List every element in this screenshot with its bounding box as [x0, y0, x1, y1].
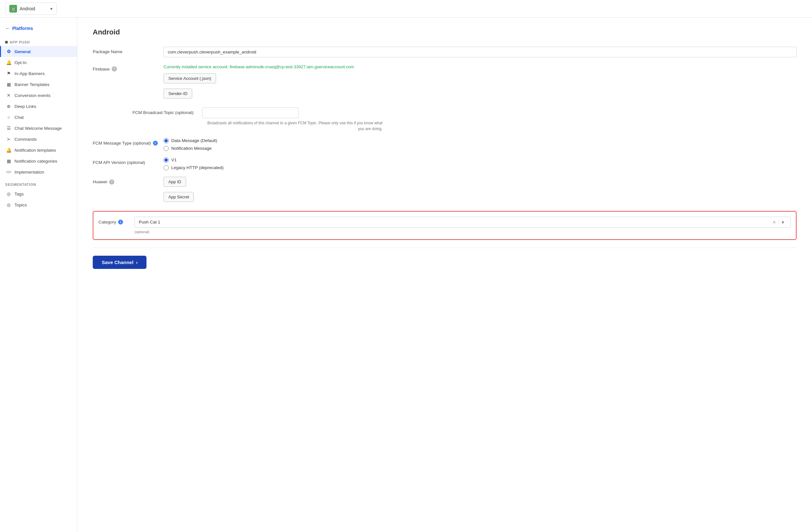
category-row: Category i Push Cat 1 ✕ ▾ — [99, 217, 791, 228]
package-name-input[interactable] — [163, 47, 797, 57]
sidebar-section-app-push: APP PUSH — [0, 37, 77, 46]
fcm-notification-message-radio[interactable] — [163, 146, 169, 151]
fcm-api-version-radio-group: V1 Legacy HTTP (deprecated) — [163, 157, 797, 170]
sidebar-item-general[interactable]: ⚙ General — [0, 46, 77, 57]
sidebar-item-label: Commands — [14, 137, 37, 142]
sidebar-item-label: Notification templates — [14, 148, 56, 153]
huawei-label: Huawei ? — [93, 177, 163, 185]
firebase-label: Firebase ? — [93, 64, 163, 72]
package-name-label: Package Name — [93, 47, 163, 54]
platform-selector[interactable]: 🤖 Android ▾ — [5, 3, 57, 15]
firebase-row: Firebase ? Currently installed service a… — [93, 64, 797, 101]
fcm-message-type-radio-group: Data Message (Default) Notification Mess… — [163, 138, 797, 151]
fcm-api-version-row: FCM API Version (optional) V1 Legacy HTT… — [93, 157, 797, 170]
chat-icon: ○ — [6, 115, 11, 120]
sidebar-item-label: In-App Banners — [14, 71, 45, 76]
sidebar-item-chat[interactable]: ○ Chat — [0, 112, 77, 123]
fcm-broadcast-control: Broadcasts all notifications of this cha… — [202, 107, 797, 132]
sidebar-item-banner-templates[interactable]: ▦ Banner Templates — [0, 79, 77, 90]
fcm-message-type-control: Data Message (Default) Notification Mess… — [163, 138, 797, 151]
content-area: Android Package Name Firebase ? Current — [77, 18, 812, 532]
banner-icon: ⚑ — [6, 71, 11, 76]
sidebar-back-label: Platforms — [12, 26, 33, 31]
fcm-message-type-info-icon[interactable]: i — [153, 141, 158, 146]
category-section: Category i Push Cat 1 ✕ ▾ (optional) — [93, 211, 797, 240]
app-secret-button[interactable]: App Secret — [163, 192, 194, 202]
category-select[interactable]: Push Cat 1 ✕ ▾ — [134, 217, 791, 228]
sidebar-item-chat-welcome[interactable]: ☰ Chat Welcome Message — [0, 123, 77, 134]
conversion-icon: ✕ — [6, 93, 11, 98]
category-chevron-icon[interactable]: ▾ — [779, 220, 786, 225]
fcm-broadcast-desc: Broadcasts all notifications of this cha… — [202, 120, 382, 132]
fcm-data-message-option[interactable]: Data Message (Default) — [163, 138, 797, 143]
fcm-notification-message-label: Notification Message — [171, 146, 212, 151]
platform-selector-label: Android — [20, 6, 48, 11]
fcm-broadcast-input[interactable] — [202, 107, 299, 118]
sidebar-item-tags[interactable]: ◎ Tags — [0, 188, 77, 199]
fcm-broadcast-label: FCM Broadcast Topic (optional): — [93, 107, 202, 115]
huawei-control: App ID App Secret — [163, 177, 797, 204]
topics-icon: ◎ — [6, 202, 11, 207]
package-name-control — [163, 47, 797, 57]
chevron-down-icon: ▾ — [50, 6, 53, 11]
sidebar-item-label: Opt-In — [14, 60, 27, 65]
welcome-icon: ☰ — [6, 126, 11, 131]
tag-icon: ◎ — [6, 191, 11, 197]
save-channel-arrow-icon: › — [136, 260, 137, 265]
back-arrow-icon: ← — [5, 26, 10, 31]
app-id-button[interactable]: App ID — [163, 177, 186, 187]
service-account-button[interactable]: Service Account (.json) — [163, 73, 216, 83]
app-container: 🤖 Android ▾ ← Platforms APP PUSH ⚙ Gener… — [0, 0, 812, 532]
firebase-info-icon[interactable]: ? — [112, 66, 117, 72]
sender-id-button[interactable]: Sender-ID — [163, 89, 192, 99]
sidebar-item-notification-templates[interactable]: 🔔 Notification templates — [0, 145, 77, 156]
template-icon: ▦ — [6, 82, 11, 87]
fcm-data-message-radio[interactable] — [163, 138, 169, 143]
platform-icon: 🤖 — [9, 5, 17, 13]
notif-template-icon: 🔔 — [6, 147, 11, 153]
link-icon: ⊕ — [6, 104, 11, 109]
category-info-icon[interactable]: i — [118, 220, 123, 225]
sidebar-item-label: Chat — [14, 115, 24, 120]
fcm-broadcast-row: FCM Broadcast Topic (optional): Broadcas… — [93, 107, 797, 132]
sidebar-back-button[interactable]: ← Platforms — [0, 23, 77, 37]
page-title: Android — [93, 28, 797, 37]
fcm-v1-option[interactable]: V1 — [163, 157, 797, 163]
sidebar-item-optin[interactable]: 🔔 Opt-In — [0, 57, 77, 68]
sidebar-item-in-app-banners[interactable]: ⚑ In-App Banners — [0, 68, 77, 79]
sidebar-item-label: Deep Links — [14, 104, 37, 109]
huawei-info-icon[interactable]: ? — [109, 179, 114, 185]
fcm-legacy-option[interactable]: Legacy HTTP (deprecated) — [163, 165, 797, 170]
save-channel-button[interactable]: Save Channel › — [93, 256, 146, 269]
content-inner: Android Package Name Firebase ? Current — [77, 18, 812, 532]
general-icon: ⚙ — [6, 49, 11, 54]
sidebar-section-segmentation: SEGMENTATION — [0, 177, 77, 188]
fcm-message-type-row: FCM Message Type (optional) i Data Messa… — [93, 138, 797, 151]
firebase-control: Currently installed service account: fir… — [163, 64, 797, 101]
sidebar-item-implementation[interactable]: </> Implementation — [0, 167, 77, 177]
notif-category-icon: ▦ — [6, 158, 11, 163]
code-icon: </> — [6, 169, 11, 174]
fcm-message-type-label: FCM Message Type (optional) i — [93, 138, 163, 146]
section-dot-icon — [5, 41, 8, 43]
fcm-v1-label: V1 — [171, 157, 177, 162]
sidebar-item-notification-categories[interactable]: ▦ Notification categories — [0, 156, 77, 167]
sidebar-item-label: Topics — [14, 203, 27, 207]
sidebar-item-deep-links[interactable]: ⊕ Deep Links — [0, 101, 77, 112]
package-name-row: Package Name — [93, 47, 797, 57]
sidebar-item-topics[interactable]: ◎ Topics — [0, 199, 77, 210]
category-clear-icon[interactable]: ✕ — [770, 220, 779, 225]
divider — [93, 248, 797, 248]
fcm-v1-radio[interactable] — [163, 157, 169, 163]
huawei-row: Huawei ? App ID App Secret — [93, 177, 797, 204]
sidebar-item-commands[interactable]: ≻ Commands — [0, 134, 77, 145]
fcm-legacy-label: Legacy HTTP (deprecated) — [171, 165, 224, 170]
fcm-legacy-radio[interactable] — [163, 165, 169, 170]
sidebar-item-conversion-events[interactable]: ✕ Conversion events — [0, 90, 77, 101]
sidebar: ← Platforms APP PUSH ⚙ General 🔔 Opt-In … — [0, 18, 77, 532]
fcm-notification-message-option[interactable]: Notification Message — [163, 146, 797, 151]
sidebar-item-label: General — [14, 49, 31, 54]
sidebar-item-label: Notification categories — [14, 159, 57, 163]
sidebar-item-label: Tags — [14, 192, 24, 197]
commands-icon: ≻ — [6, 136, 11, 142]
